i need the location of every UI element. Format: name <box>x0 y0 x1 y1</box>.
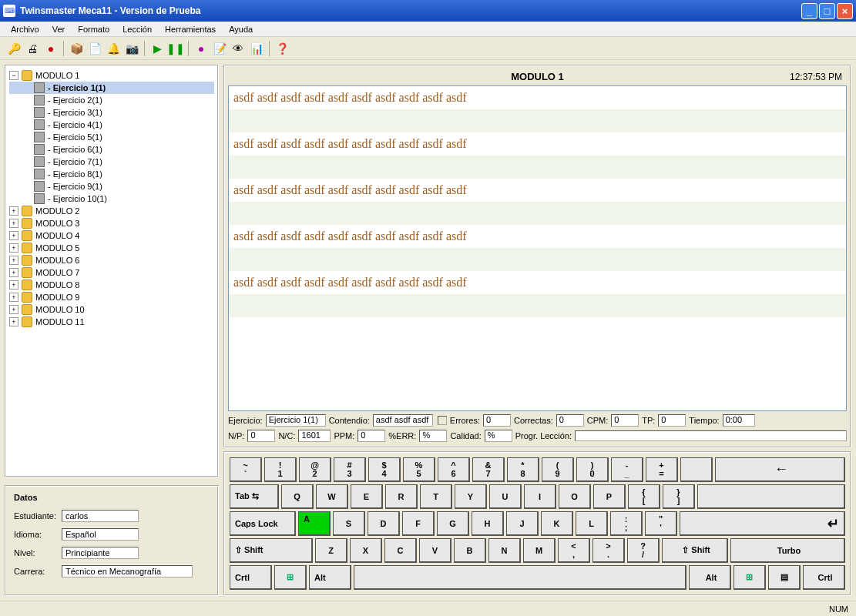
key-minus[interactable]: -_ <box>611 457 643 482</box>
pause-icon[interactable]: ❚❚ <box>168 41 183 56</box>
key-backspace[interactable]: ← <box>715 457 845 482</box>
key-c[interactable]: C <box>384 538 417 563</box>
content-icon[interactable] <box>438 416 447 425</box>
key-slash[interactable]: ?/ <box>627 538 660 563</box>
key-q[interactable]: Q <box>281 484 314 509</box>
key-v[interactable]: V <box>419 538 451 563</box>
key-n[interactable]: N <box>488 538 521 563</box>
key-lctrl[interactable]: Crtl <box>230 565 272 590</box>
menu-herramientas[interactable]: Herramientas <box>159 23 222 35</box>
tree-exercise[interactable]: - Ejercicio 5(1) <box>9 131 214 143</box>
edit-icon[interactable]: 📝 <box>212 41 227 56</box>
bell-icon[interactable]: 🔔 <box>106 41 121 56</box>
key-o[interactable]: O <box>559 484 591 509</box>
key-j[interactable]: J <box>506 511 539 536</box>
key-enter[interactable]: ↵ <box>680 511 845 536</box>
expand-icon[interactable]: + <box>9 231 18 240</box>
print-icon[interactable]: 🖨 <box>25 41 40 56</box>
key-period[interactable]: >. <box>592 538 625 563</box>
tree-module[interactable]: +MODULO 7 <box>9 266 214 279</box>
key-g[interactable]: G <box>437 511 469 536</box>
key-1[interactable]: !1 <box>264 457 297 482</box>
key-backtick[interactable]: ~` <box>230 457 262 482</box>
key-rshift[interactable]: ⇧ Shift <box>662 538 728 563</box>
expand-icon[interactable]: + <box>9 219 18 228</box>
history-icon[interactable]: 📦 <box>69 41 84 56</box>
minimize-button[interactable]: _ <box>801 3 817 19</box>
key-m[interactable]: M <box>523 538 556 563</box>
key-8[interactable]: *8 <box>507 457 539 482</box>
maximize-button[interactable]: □ <box>819 3 835 19</box>
key-comma[interactable]: <, <box>558 538 590 563</box>
camera-icon[interactable]: 📷 <box>124 41 139 56</box>
tree-exercise[interactable]: - Ejercicio 3(1) <box>9 106 214 119</box>
key-rctrl[interactable]: Crtl <box>803 565 845 590</box>
key-lshift[interactable]: ⇧ Shift <box>230 538 313 563</box>
key-blank[interactable] <box>680 457 713 482</box>
help-icon[interactable]: ❓ <box>274 41 290 56</box>
key-ralt[interactable]: Alt <box>689 565 731 590</box>
estudiante-field[interactable]: carlos <box>62 510 139 522</box>
expand-icon[interactable]: + <box>9 305 18 314</box>
expand-icon[interactable]: + <box>9 317 18 326</box>
toolbar-icon-1[interactable]: 🔑 <box>6 41 22 56</box>
key-z[interactable]: Z <box>315 538 347 563</box>
tree-exercise[interactable]: - Ejercicio 7(1) <box>9 156 214 168</box>
key-l[interactable]: L <box>576 511 608 536</box>
ball-icon[interactable]: ● <box>193 41 209 56</box>
module-tree[interactable]: − MODULO 1 - Ejercicio 1(1)- Ejercicio 2… <box>5 65 219 477</box>
notes-icon[interactable]: 📄 <box>87 41 102 56</box>
expand-icon[interactable]: + <box>9 256 18 265</box>
menu-formato[interactable]: Formato <box>72 23 116 35</box>
key-4[interactable]: $4 <box>368 457 401 482</box>
key-e[interactable]: E <box>351 484 383 509</box>
tree-exercise[interactable]: - Ejercicio 6(1) <box>9 143 214 156</box>
tree-module[interactable]: +MODULO 10 <box>9 303 214 316</box>
key-w[interactable]: W <box>316 484 348 509</box>
carrera-field[interactable]: Técnico en Mecanografía <box>62 565 193 578</box>
menu-ver[interactable]: Ver <box>46 23 72 35</box>
tree-module[interactable]: +MODULO 11 <box>9 316 214 328</box>
tree-module[interactable]: +MODULO 5 <box>9 242 214 254</box>
key-3[interactable]: #3 <box>334 457 366 482</box>
key-space[interactable] <box>354 565 686 590</box>
key-i[interactable]: I <box>524 484 556 509</box>
key-h[interactable]: H <box>472 511 504 536</box>
expand-icon[interactable]: + <box>9 243 18 253</box>
stop-icon[interactable]: ● <box>43 41 59 56</box>
key-r[interactable]: R <box>385 484 418 509</box>
key-t[interactable]: T <box>420 484 452 509</box>
key-y[interactable]: Y <box>455 484 487 509</box>
key-menu[interactable]: ▤ <box>768 565 801 590</box>
menu-archivo[interactable]: Archivo <box>5 23 45 35</box>
key-6[interactable]: ^6 <box>438 457 470 482</box>
key-f[interactable]: F <box>402 511 435 536</box>
key-lalt[interactable]: Alt <box>309 565 351 590</box>
expand-icon[interactable]: + <box>9 280 18 290</box>
key-a[interactable]: A <box>298 511 331 536</box>
key-lwin[interactable]: ⊞ <box>274 565 307 590</box>
nivel-field[interactable]: Principiante <box>62 547 139 559</box>
key-9[interactable]: (9 <box>542 457 574 482</box>
key-2[interactable]: @2 <box>299 457 331 482</box>
tree-exercise[interactable]: - Ejercicio 10(1) <box>9 192 214 205</box>
tree-module-1[interactable]: − MODULO 1 <box>9 69 214 82</box>
key-x[interactable]: X <box>350 538 382 563</box>
key-tab[interactable]: Tab ⇆ <box>230 484 279 509</box>
key-d[interactable]: D <box>368 511 400 536</box>
chart-icon[interactable]: 📊 <box>249 41 264 56</box>
key-5[interactable]: %5 <box>403 457 435 482</box>
key-k[interactable]: K <box>541 511 573 536</box>
eye-icon[interactable]: 👁 <box>230 41 246 56</box>
tree-exercise[interactable]: - Ejercicio 8(1) <box>9 168 214 180</box>
expand-icon[interactable]: + <box>9 206 18 216</box>
key-rbracket[interactable]: }] <box>663 484 695 509</box>
tree-module[interactable]: +MODULO 4 <box>9 229 214 242</box>
menu-leccion[interactable]: Lección <box>116 23 158 35</box>
key-s[interactable]: S <box>333 511 365 536</box>
key-u[interactable]: U <box>489 484 522 509</box>
tree-exercise[interactable]: - Ejercicio 9(1) <box>9 180 214 192</box>
key-7[interactable]: &7 <box>472 457 505 482</box>
play-icon[interactable]: ▶ <box>149 41 165 56</box>
idioma-field[interactable]: Español <box>62 528 139 541</box>
